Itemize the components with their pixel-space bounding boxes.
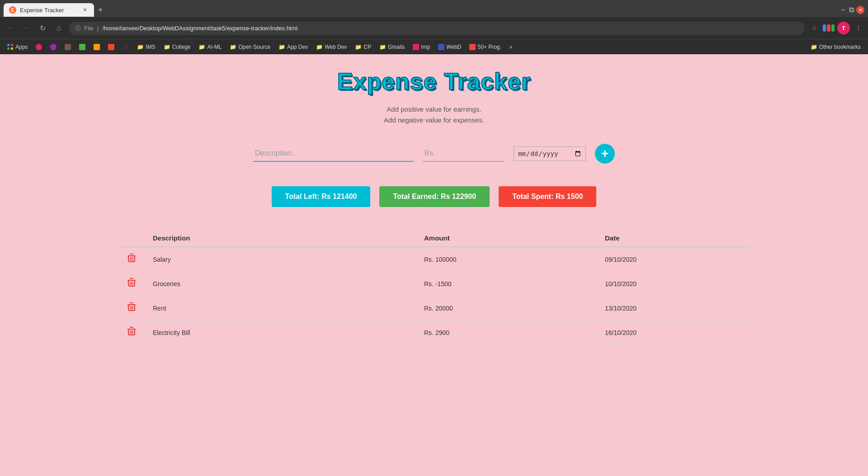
bookmark-icon2[interactable] bbox=[47, 42, 60, 52]
tab-close-button[interactable]: ✕ bbox=[81, 6, 89, 14]
50prog-icon bbox=[469, 44, 476, 50]
bookmark-icon4[interactable] bbox=[75, 42, 89, 52]
delete-transaction-button[interactable] bbox=[125, 253, 138, 266]
delete-transaction-button[interactable] bbox=[125, 326, 138, 339]
transaction-date: 10/10/2020 bbox=[598, 272, 750, 296]
new-tab-button[interactable]: + bbox=[94, 4, 107, 16]
profile-icon[interactable]: T bbox=[837, 22, 850, 34]
more-bookmarks-button[interactable]: » bbox=[507, 42, 515, 52]
total-earned-label: Total Earned: Rs 122900 bbox=[393, 193, 476, 200]
aiml-folder-icon: 📁 bbox=[198, 44, 205, 50]
bookmark-ims[interactable]: 📁 IMS bbox=[133, 42, 159, 52]
bookmark-gmails-label: Gmails bbox=[388, 44, 405, 50]
restore-button[interactable]: ⧉ bbox=[848, 7, 854, 13]
delete-transaction-button[interactable] bbox=[125, 277, 138, 290]
extensions-icon[interactable] bbox=[823, 22, 835, 34]
bookmark-icon1[interactable] bbox=[32, 42, 46, 52]
bookmark-appdev[interactable]: 📁 App Dev bbox=[275, 42, 311, 52]
total-left-box: Total Left: Rs 121400 bbox=[272, 186, 371, 207]
transactions-body: Salary Rs. 100000 09/10/2020 Groceries bbox=[118, 247, 750, 345]
other-bookmarks-button[interactable]: 📁 Other bookmarks bbox=[807, 42, 864, 52]
tab-title: Expense Tracker bbox=[20, 7, 64, 14]
webdev-folder-icon: 📁 bbox=[316, 44, 323, 50]
imp-icon bbox=[413, 44, 419, 50]
bookmark-webdev[interactable]: 📁 Web Dev bbox=[312, 42, 350, 52]
page-content: Expense Tracker Add positive value for e… bbox=[0, 54, 868, 476]
transaction-amount: Rs. 20000 bbox=[417, 296, 598, 320]
home-button[interactable]: ⌂ bbox=[52, 22, 65, 34]
delete-transaction-button[interactable] bbox=[125, 302, 138, 315]
bookmark-cp[interactable]: 📁 CP bbox=[351, 42, 375, 52]
other-bookmarks-label: Other bookmarks bbox=[819, 44, 861, 50]
svg-rect-1 bbox=[130, 254, 133, 254]
minimize-button[interactable]: − bbox=[840, 7, 846, 13]
forward-button[interactable]: → bbox=[20, 22, 33, 34]
appdev-folder-icon: 📁 bbox=[278, 44, 285, 50]
bookmark-icon5[interactable] bbox=[90, 42, 104, 52]
address-bar[interactable]: ⓘ File | /home/tanvee/Desktop/WebDAssign… bbox=[69, 22, 805, 35]
tab-favicon: E bbox=[9, 6, 16, 14]
bm-circle-icon1 bbox=[36, 44, 42, 50]
bookmark-college-label: College bbox=[172, 44, 191, 50]
summary-row: Total Left: Rs 121400 Total Earned: Rs 1… bbox=[272, 186, 597, 207]
apps-grid-icon bbox=[7, 44, 14, 50]
transaction-date: 13/10/2020 bbox=[598, 296, 750, 320]
menu-icon[interactable]: ⋮ bbox=[853, 22, 864, 34]
bookmark-apps[interactable]: Apps bbox=[4, 42, 31, 52]
svg-rect-7 bbox=[130, 278, 133, 279]
add-transaction-button[interactable]: + bbox=[595, 144, 615, 164]
total-left-label: Total Left: Rs 121400 bbox=[285, 193, 357, 200]
bookmark-webd-label: WebD bbox=[446, 44, 461, 50]
header-delete bbox=[118, 230, 146, 247]
bm-icon3 bbox=[65, 44, 71, 50]
close-button[interactable]: ✕ bbox=[856, 6, 864, 14]
browser-chrome: E Expense Tracker ✕ + − ⧉ ✕ ← → ↻ ⌂ ⓘ Fi… bbox=[0, 0, 868, 54]
date-input[interactable] bbox=[514, 146, 586, 161]
bookmark-imp[interactable]: Imp bbox=[409, 42, 434, 52]
bookmark-gmails[interactable]: 📁 Gmails bbox=[376, 42, 408, 52]
bookmark-opensource-label: Open Source bbox=[238, 44, 270, 50]
other-bookmarks-icon: 📁 bbox=[811, 44, 817, 50]
bookmark-aiml[interactable]: 📁 AI-ML bbox=[195, 42, 225, 52]
bookmark-webd[interactable]: WebD bbox=[434, 42, 465, 52]
bookmark-apps-label: Apps bbox=[15, 44, 28, 50]
table-row: Rent Rs. 20000 13/10/2020 bbox=[118, 296, 750, 320]
trash-icon bbox=[127, 302, 136, 311]
bm-icon5 bbox=[94, 44, 100, 50]
total-earned-box: Total Earned: Rs 122900 bbox=[379, 186, 490, 207]
amount-input[interactable] bbox=[423, 146, 505, 162]
back-button[interactable]: ← bbox=[4, 22, 16, 34]
bm-icon4 bbox=[79, 44, 85, 50]
transaction-amount: Rs. 2900 bbox=[417, 320, 598, 345]
header-date: Date bbox=[598, 230, 750, 247]
header-amount: Amount bbox=[417, 230, 598, 247]
transaction-description: Electricity Bill bbox=[146, 320, 417, 345]
window-controls: − ⧉ ✕ bbox=[840, 6, 864, 14]
svg-rect-13 bbox=[130, 302, 133, 303]
table-row: Electricity Bill Rs. 2900 16/10/2020 bbox=[118, 320, 750, 345]
bookmark-icon6[interactable] bbox=[104, 42, 118, 52]
bookmark-opensource[interactable]: 📁 Open Source bbox=[226, 42, 274, 52]
bm-icon7 bbox=[123, 44, 129, 50]
bookmark-webdev-label: Web Dev bbox=[325, 44, 347, 50]
bookmark-star-icon[interactable]: ☆ bbox=[808, 22, 820, 34]
bookmark-50prog[interactable]: 50+ Prog. bbox=[466, 42, 505, 52]
total-spent-label: Total Spent: Rs 1500 bbox=[512, 193, 583, 200]
url-separator: | bbox=[97, 25, 99, 32]
description-input[interactable] bbox=[253, 146, 414, 162]
bookmark-icon7[interactable] bbox=[119, 42, 132, 52]
bookmark-imp-label: Imp bbox=[421, 44, 430, 50]
bookmark-college[interactable]: 📁 College bbox=[160, 42, 194, 52]
bookmark-icon3[interactable] bbox=[61, 42, 75, 52]
bookmark-50prog-label: 50+ Prog. bbox=[477, 44, 501, 50]
reload-button[interactable]: ↻ bbox=[36, 22, 49, 34]
bookmarks-bar: Apps 📁 IMS 📁 College bbox=[0, 39, 868, 54]
bm-circle-icon2 bbox=[50, 44, 57, 50]
opensource-folder-icon: 📁 bbox=[230, 44, 236, 50]
transaction-description: Rent bbox=[146, 296, 417, 320]
active-tab[interactable]: E Expense Tracker ✕ bbox=[4, 3, 94, 17]
address-bar-row: ← → ↻ ⌂ ⓘ File | /home/tanvee/Desktop/We… bbox=[0, 17, 868, 39]
cp-folder-icon: 📁 bbox=[355, 44, 362, 50]
tab-bar: E Expense Tracker ✕ + − ⧉ ✕ bbox=[0, 0, 868, 17]
webd-icon bbox=[438, 44, 444, 50]
